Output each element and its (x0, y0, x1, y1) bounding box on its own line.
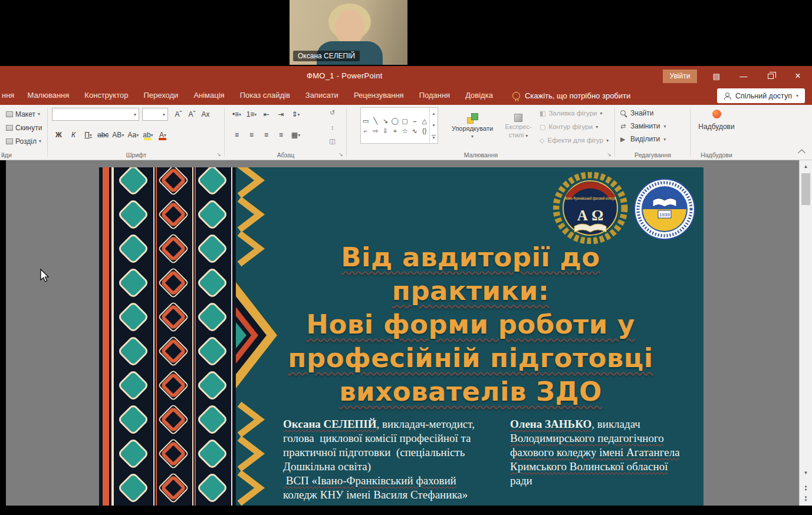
tab-Довідка[interactable]: Довідка (458, 86, 501, 105)
tab-Конструктор[interactable]: Конструктор (77, 86, 136, 105)
arrange-button[interactable]: Упорядкувати ▾ (446, 107, 498, 146)
text-direction-button[interactable]: ↺ (326, 107, 339, 119)
clear-formatting-icon: Аx (201, 110, 209, 118)
tab-Малювання[interactable]: Малювання (19, 86, 77, 105)
shape-6[interactable]: △ (422, 118, 426, 124)
align-center-button[interactable]: ≡ (245, 128, 258, 141)
font-color-button[interactable]: А▾ (156, 128, 169, 141)
shape-8[interactable]: ⇨ (373, 128, 378, 134)
editing-group: Знайти⇄Замінити▾▶Виділити▾ Редагування (616, 105, 690, 160)
shape-10[interactable]: + (393, 128, 397, 134)
shape-0[interactable]: ▭ (363, 118, 369, 124)
shape-9[interactable]: ⇩ (383, 128, 388, 134)
character-spacing-button[interactable]: АВ▾ (111, 128, 125, 141)
paragraph-group-label: Абзац (225, 151, 346, 159)
shape-effects-button[interactable]: ◇Ефекти для фігур▾ (540, 134, 609, 146)
shape-12[interactable]: ∿ (412, 128, 417, 134)
drawing-dialog-launcher[interactable]: ↘ (606, 151, 613, 158)
chevron-down-icon: ▾ (90, 133, 92, 138)
slide[interactable]: Івано-Франківський фаховий коледж А Ω 19… (99, 167, 703, 506)
shapes-gallery-scroll[interactable]: ▲ ▼ ▼ (429, 108, 438, 143)
shape-7[interactable]: ⌐ (364, 128, 367, 134)
paragraph-dialog-launcher[interactable]: ↘ (337, 151, 344, 158)
close-button[interactable]: × (784, 66, 811, 86)
restore-button[interactable] (757, 66, 784, 86)
shrink-font-button[interactable]: Аˇ (185, 108, 199, 121)
change-case-button[interactable]: Аа▾ (126, 128, 140, 141)
scrollbar-thumb[interactable] (801, 173, 810, 205)
columns-button[interactable]: ▦▾ (289, 128, 303, 141)
shape-3[interactable]: ◯ (392, 118, 399, 124)
tab-fragment-vstavlennia[interactable]: ння (0, 86, 19, 105)
section-button[interactable]: Розділ▾ (0, 134, 47, 148)
previous-slide-button[interactable]: ▲▲ (800, 483, 812, 492)
ribbon-collapse-button[interactable] (798, 149, 806, 157)
vertical-scrollbar[interactable]: ▲ ▼ ▲▲ ▼▼ (799, 160, 812, 506)
ribbon-display-options-button[interactable]: ▤ (703, 66, 730, 86)
decrease-indent-button[interactable]: ⇤ (259, 108, 273, 121)
underline-button[interactable]: П▾ (81, 128, 95, 141)
shape-4[interactable]: ▢ (402, 118, 407, 124)
clear-formatting-button[interactable]: Аx (199, 108, 212, 121)
strikethrough-button[interactable]: abc (96, 128, 110, 141)
credit-line: голова циклової комісії професійної та (283, 431, 495, 445)
addins-group-label: Надбудови (691, 151, 742, 159)
align-right-button[interactable]: ≡ (259, 128, 273, 141)
chevron-down-icon: ▾ (239, 112, 241, 117)
bullets-button[interactable]: •≡▾ (230, 108, 244, 121)
select-icon: ▶ (620, 136, 627, 143)
gallery-up-icon[interactable]: ▲ (432, 111, 436, 115)
select-button[interactable]: ▶Виділити▾ (616, 133, 690, 146)
replace-icon: ⇄ (620, 123, 627, 130)
increase-indent-icon: ⇥ (278, 110, 284, 118)
highlight-color-button[interactable]: ab▾ (141, 128, 154, 141)
shape-2[interactable]: ↘ (383, 118, 388, 124)
shape-5[interactable]: ⌣ (413, 118, 417, 124)
font-dialog-launcher[interactable]: ↘ (215, 151, 222, 158)
tab-Переходи[interactable]: Переходи (136, 86, 186, 105)
gallery-down-icon[interactable]: ▼ (432, 123, 436, 127)
reset-button[interactable]: Скинути (0, 121, 47, 134)
shape-fill-button[interactable]: ◧Заливка фігури▾ (540, 107, 609, 119)
layout-button[interactable]: Макет▾ (0, 107, 47, 121)
grow-font-button[interactable]: Аˆ (172, 108, 185, 121)
align-text-button[interactable]: ↕ (326, 121, 339, 133)
shape-outline-button[interactable]: ▢Контур фігури▾ (540, 121, 609, 133)
line-spacing-button[interactable]: ⇕▾ (289, 108, 303, 121)
replace-button[interactable]: ⇄Замінити▾ (616, 120, 690, 133)
gallery-more-icon[interactable]: ▼ (432, 135, 436, 140)
share-button[interactable]: Спільний доступ ▾ (717, 88, 805, 103)
shape-13[interactable]: {} (422, 128, 426, 134)
next-slide-button[interactable]: ▼▼ (800, 494, 812, 503)
convert-smartart-button[interactable]: ◫ (326, 135, 339, 147)
minimize-button[interactable]: — (730, 66, 757, 86)
increase-indent-button[interactable]: ⇥ (274, 108, 288, 121)
tell-me-box[interactable]: Скажіть, що потрібно зробити (512, 91, 630, 100)
presenter-left-credit: Оксана СЕЛЕПІЙ, викладач-методист,голова… (283, 417, 495, 502)
numbering-button[interactable]: 1≡▾ (245, 108, 258, 121)
shape-11[interactable]: ☆ (402, 128, 408, 134)
align-left-button[interactable]: ≡ (230, 128, 244, 141)
align-right-icon: ≡ (264, 131, 268, 139)
tab-Анімація[interactable]: Анімація (186, 86, 232, 105)
chevron-down-icon: ▾ (525, 133, 528, 138)
quick-styles-button[interactable]: Експрес- стилі ▾ (499, 107, 537, 146)
tab-Записати[interactable]: Записати (298, 86, 346, 105)
signin-button[interactable]: Увійти (663, 70, 697, 83)
bold-button[interactable]: Ж (52, 128, 65, 141)
scroll-up-button[interactable]: ▲ (800, 161, 812, 172)
shape-1[interactable]: ╲ (374, 118, 378, 124)
chevron-down-icon: ▾ (606, 138, 609, 143)
addins-button[interactable]: Надбудови (691, 110, 742, 131)
tab-Показ слайдів[interactable]: Показ слайдів (232, 86, 298, 105)
college-logo-ivano-frankivsk: Івано-Франківський фаховий коледж А Ω (553, 172, 629, 244)
justify-button[interactable]: ≡ (274, 128, 288, 141)
tab-Подання[interactable]: Подання (412, 86, 458, 105)
credit-line: фахового коледжу імені Агатангела (510, 445, 696, 460)
font-name-combo[interactable]: ▾ (52, 108, 139, 121)
scroll-down-button[interactable]: ▼ (800, 468, 812, 478)
tab-Рецензування[interactable]: Рецензування (346, 86, 412, 105)
find-button[interactable]: Знайти (616, 107, 690, 120)
font-size-combo[interactable]: ▾ (142, 108, 168, 121)
italic-button[interactable]: К (67, 128, 80, 141)
